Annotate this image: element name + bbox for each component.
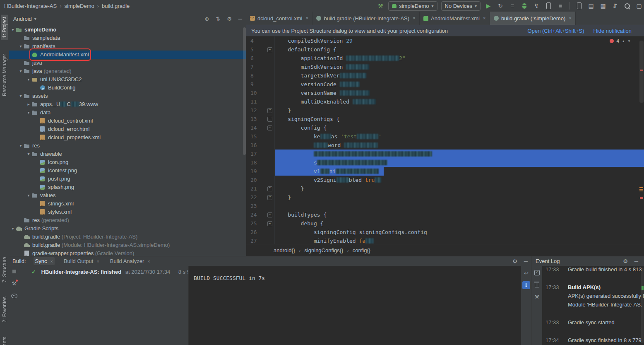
error-stripe-mark[interactable] xyxy=(640,197,643,199)
tree-item[interactable]: AndroidManifest.xml xyxy=(9,51,246,59)
code-text[interactable]: targetSdkVer xyxy=(275,71,644,80)
tree-item[interactable]: ▾Gradle Scripts xyxy=(9,224,246,233)
run-configuration-select[interactable]: simpleDemo▾ xyxy=(388,1,437,11)
tree-item[interactable]: icon.png xyxy=(9,158,246,166)
tree-item[interactable]: ▾values xyxy=(9,191,246,200)
tree-item[interactable]: ▾assets xyxy=(9,92,246,100)
tree-chevron-icon[interactable]: ▸ xyxy=(26,100,31,109)
tree-item[interactable]: BuildConfig xyxy=(9,84,246,92)
fold-collapse-icon[interactable]: − xyxy=(267,47,272,52)
tree-chevron-icon[interactable]: ▾ xyxy=(10,224,16,233)
settings-icon[interactable]: ⚙ xyxy=(623,258,628,264)
code-text[interactable]: multiDexEnabled xyxy=(275,97,644,106)
tool-strip-button[interactable]: 2: Favorites xyxy=(1,294,8,325)
code-text[interactable]: word xyxy=(275,141,644,150)
code-text[interactable]: applicationId 2" xyxy=(275,54,644,63)
code-text[interactable]: v1ni xyxy=(275,167,644,176)
fold-end-icon[interactable]: ^ xyxy=(267,108,272,113)
tree-chevron-icon[interactable]: ▾ xyxy=(26,150,31,158)
code-text[interactable]: v2Signibled tru xyxy=(275,176,644,184)
editor-breadcrumb-item[interactable]: config{} xyxy=(353,247,370,253)
project-scrollbar[interactable] xyxy=(243,27,246,155)
wrench-icon[interactable]: ⚒ xyxy=(534,294,539,300)
debug-icon[interactable] xyxy=(520,2,529,10)
expand-collapse-icon[interactable]: ⇅ xyxy=(216,16,220,22)
build-tab[interactable]: Build Output× xyxy=(62,257,101,265)
code-text[interactable]: } xyxy=(275,184,644,193)
editor-tab[interactable]: dcloud_control.xml× xyxy=(246,12,312,25)
code-text[interactable]: minifyEnabled fa xyxy=(275,236,644,244)
build-hammer-icon[interactable]: ⚒ xyxy=(12,280,17,287)
tree-chevron-icon[interactable]: ▾ xyxy=(18,67,24,75)
editor-breadcrumb-item[interactable]: signingConfigs{} xyxy=(304,247,343,253)
code-text[interactable]: debug { xyxy=(275,219,644,228)
tree-item[interactable]: push.png xyxy=(9,175,246,183)
tree-item[interactable]: icontest.png xyxy=(9,166,246,175)
editor-tab[interactable]: build.gradle (:simpleDemo)× xyxy=(490,12,576,25)
hide-panel-icon[interactable]: ─ xyxy=(634,258,638,264)
tool-strip-button[interactable]: 7: Structure xyxy=(1,255,8,285)
build-status-row[interactable]: ✓ HBuilder-Integrate-AS: finished at 202… xyxy=(19,266,188,275)
error-stripe[interactable] xyxy=(639,36,644,244)
code-text[interactable]: defaultConfig { xyxy=(275,45,644,54)
device-manager-icon[interactable] xyxy=(575,2,583,10)
settings-icon[interactable]: ⚙ xyxy=(227,16,232,22)
device-file-explorer-icon[interactable]: ⇵ xyxy=(611,2,619,10)
code-editor[interactable]: 4 compileSdkVersion 295− defaultConfig {… xyxy=(246,36,644,244)
code-text[interactable] xyxy=(275,150,644,158)
hide-notification-link[interactable]: Hide notification xyxy=(594,28,632,34)
event-log-entry[interactable]: APK(s) generated successfully fo xyxy=(545,292,639,300)
error-stripe-mark[interactable] xyxy=(640,70,643,71)
scroll-to-end-icon[interactable]: ⇓ xyxy=(522,281,530,289)
tree-item[interactable]: gradle-wrapper.properties (Gradle Versio… xyxy=(9,249,246,256)
tree-chevron-icon[interactable]: ▾ xyxy=(10,26,16,34)
trash-icon[interactable] xyxy=(535,283,539,287)
prev-error-icon[interactable]: ▲ xyxy=(622,39,625,43)
tree-item[interactable]: java xyxy=(9,59,246,67)
build-console[interactable]: BUILD SUCCESSFUL in 7s xyxy=(188,266,521,345)
window-layout-icon[interactable]: ▢ xyxy=(635,2,643,10)
fold-collapse-icon[interactable]: − xyxy=(267,221,272,226)
event-log-entry[interactable]: Module 'HBuilder-Integrate-AS. xyxy=(545,300,639,309)
settings-icon[interactable]: ⚙ xyxy=(512,258,517,264)
fold-collapse-icon[interactable]: − xyxy=(267,212,272,217)
inspection-widget[interactable]: 4 ▲ ▼ xyxy=(607,38,633,44)
tool-strip-button[interactable]: Build Variants xyxy=(1,335,8,345)
make-project-icon[interactable]: ⚒ xyxy=(376,2,384,10)
breadcrumb-item[interactable]: build.gradle xyxy=(102,3,130,9)
tree-item[interactable]: ▸apps._UC39.www xyxy=(9,100,246,109)
fold-collapse-icon[interactable]: − xyxy=(267,117,272,122)
tree-item[interactable]: sampledata xyxy=(9,34,246,42)
tree-item[interactable]: splash.png xyxy=(9,183,246,191)
tree-chevron-icon[interactable]: ▾ xyxy=(18,92,24,100)
tree-item[interactable]: res (generated) xyxy=(9,216,246,224)
editor-scrollbar[interactable] xyxy=(639,41,644,103)
apply-changes-icon[interactable]: ↻ xyxy=(496,2,505,10)
code-text[interactable]: } xyxy=(275,193,644,202)
tree-chevron-icon[interactable]: ▾ xyxy=(26,109,31,117)
breadcrumb-item[interactable]: simpleDemo xyxy=(65,3,94,9)
tool-strip-button[interactable]: 1: Project xyxy=(1,15,8,40)
tree-item[interactable]: dcloud_control.xml xyxy=(9,117,246,125)
run-tasks-icon[interactable]: ≡ xyxy=(508,2,517,10)
code-text[interactable]: config { xyxy=(275,123,644,132)
logcat-icon[interactable]: ▤ xyxy=(587,2,595,10)
hide-panel-icon[interactable]: ─ xyxy=(524,258,528,264)
close-tab-icon[interactable]: × xyxy=(305,15,308,21)
editor-tab[interactable]: build.gradle (HBuilder-Integrate-AS)× xyxy=(312,12,420,25)
hide-panel-icon[interactable]: ─ xyxy=(238,16,242,22)
run-icon[interactable]: ▶ xyxy=(484,2,493,10)
code-text[interactable]: signingConfig signingConfigs.config xyxy=(275,228,644,236)
event-log-entry[interactable]: 17:34Gradle sync finished in 8 s 779 xyxy=(545,336,639,345)
close-tab-icon[interactable]: × xyxy=(96,259,99,264)
layout-inspector-icon[interactable]: ▦ xyxy=(599,2,607,10)
next-error-icon[interactable]: ▼ xyxy=(627,39,631,43)
event-log-entry[interactable]: 17:33Gradle sync started xyxy=(545,318,639,327)
tree-chevron-icon[interactable]: ▾ xyxy=(18,142,24,150)
stop-icon[interactable] xyxy=(12,270,16,273)
tree-item[interactable]: ▾data xyxy=(9,109,246,117)
code-text[interactable]: signingConfigs { xyxy=(275,115,644,123)
tree-chevron-icon[interactable]: ▾ xyxy=(26,75,31,84)
code-text[interactable]: versionCode xyxy=(275,80,644,89)
eye-icon[interactable] xyxy=(11,294,17,298)
